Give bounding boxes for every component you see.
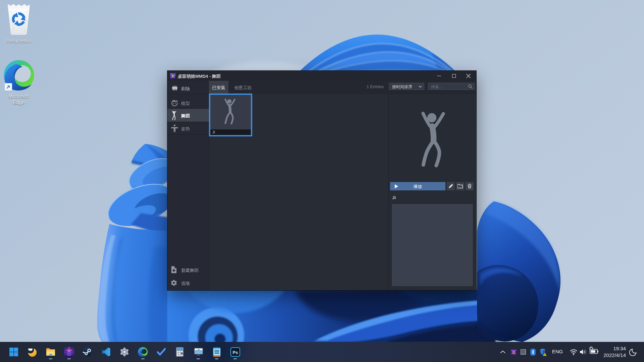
- svg-text:Ps: Ps: [233, 350, 238, 355]
